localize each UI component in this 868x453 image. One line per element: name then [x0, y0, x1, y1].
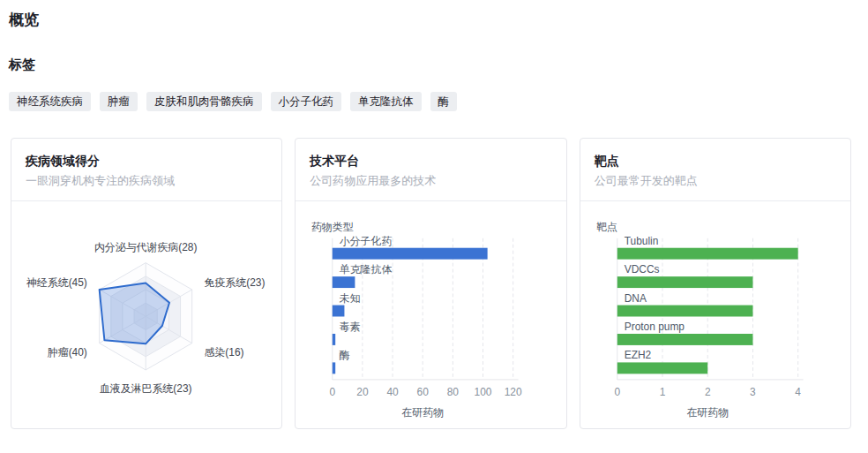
tags-section-title: 标签: [9, 56, 851, 73]
svg-text:1: 1: [659, 386, 665, 398]
card-tech-platform: 技术平台 公司药物应用最多的技术 药物类型020406080100120小分子化…: [295, 138, 566, 429]
card-title: 靶点: [595, 152, 836, 170]
svg-text:感染(16): 感染(16): [205, 346, 244, 359]
svg-text:100: 100: [475, 386, 492, 398]
tag-chip[interactable]: 神经系统疾病: [9, 92, 91, 111]
tag-chip[interactable]: 皮肤和肌肉骨骼疾病: [146, 92, 262, 111]
card-targets: 靶点 公司最常开发的靶点 靶点01234TubulinVDCCsDNAProto…: [580, 138, 851, 429]
card-title: 疾病领域得分: [26, 152, 267, 170]
svg-text:VDCCs: VDCCs: [624, 263, 659, 276]
card-subtitle: 公司药物应用最多的技术: [310, 173, 551, 189]
tag-chip[interactable]: 小分子化药: [271, 92, 342, 111]
svg-text:80: 80: [447, 386, 460, 398]
card-subtitle: 公司最常开发的靶点: [595, 173, 836, 189]
cards-row: 疾病领域得分 一眼洞穿机构专注的疾病领域 内分泌与代谢疾病(28)免疫系统(23…: [11, 138, 851, 429]
svg-text:40: 40: [387, 386, 400, 398]
svg-text:0: 0: [614, 386, 620, 398]
svg-text:3: 3: [750, 386, 756, 398]
svg-text:靶点: 靶点: [596, 221, 617, 233]
tag-chip[interactable]: 肿瘤: [100, 92, 138, 111]
card-header: 技术平台 公司药物应用最多的技术: [296, 139, 565, 201]
disease-radar-chart[interactable]: 内分泌与代谢疾病(28)免疫系统(23)感染(16)血液及淋巴系统(23)肿瘤(…: [11, 201, 281, 429]
svg-text:60: 60: [417, 386, 430, 398]
target-bar-chart[interactable]: 靶点01234TubulinVDCCsDNAProton pumpEZH2在研药…: [580, 201, 850, 429]
svg-text:2: 2: [705, 386, 711, 398]
svg-text:小分子化药: 小分子化药: [340, 235, 393, 247]
svg-text:在研药物: 在研药物: [686, 406, 729, 419]
tag-list: 神经系统疾病 肿瘤 皮肤和肌肉骨骼疾病 小分子化药 单克隆抗体 酶: [9, 92, 851, 111]
tag-chip[interactable]: 酶: [430, 92, 458, 111]
svg-text:Tubulin: Tubulin: [624, 235, 658, 247]
svg-text:在研药物: 在研药物: [402, 406, 445, 419]
card-header: 疾病领域得分 一眼洞穿机构专注的疾病领域: [11, 139, 281, 201]
card-header: 靶点 公司最常开发的靶点: [580, 139, 850, 201]
svg-text:未知: 未知: [340, 292, 361, 305]
svg-text:毒素: 毒素: [340, 321, 361, 333]
svg-text:神经系统(45): 神经系统(45): [26, 276, 87, 289]
svg-text:120: 120: [505, 386, 522, 398]
svg-text:肿瘤(40): 肿瘤(40): [48, 346, 87, 359]
svg-text:酶: 酶: [340, 349, 350, 361]
svg-text:20: 20: [357, 386, 370, 398]
svg-text:4: 4: [795, 386, 801, 398]
svg-text:免疫系统(23): 免疫系统(23): [205, 276, 266, 289]
svg-text:内分泌与代谢疾病(28): 内分泌与代谢疾病(28): [94, 241, 198, 253]
svg-text:血液及淋巴系统(23): 血液及淋巴系统(23): [100, 382, 192, 395]
svg-text:药物类型: 药物类型: [311, 221, 354, 233]
tag-chip[interactable]: 单克隆抗体: [350, 92, 422, 111]
svg-text:EZH2: EZH2: [624, 349, 651, 361]
overview-page: 概览 标签 神经系统疾病 肿瘤 皮肤和肌肉骨骼疾病 小分子化药 单克隆抗体 酶 …: [0, 0, 868, 453]
svg-text:Proton pump: Proton pump: [624, 321, 685, 333]
drug-type-bar-chart[interactable]: 药物类型020406080100120小分子化药单克隆抗体未知毒素酶在研药物: [296, 201, 565, 429]
card-subtitle: 一眼洞穿机构专注的疾病领域: [26, 173, 267, 189]
svg-text:0: 0: [330, 386, 336, 398]
svg-text:单克隆抗体: 单克隆抗体: [340, 263, 393, 276]
card-title: 技术平台: [310, 152, 551, 170]
page-title: 概览: [9, 11, 851, 30]
card-disease-area-score: 疾病领域得分 一眼洞穿机构专注的疾病领域 内分泌与代谢疾病(28)免疫系统(23…: [11, 138, 282, 429]
svg-text:DNA: DNA: [624, 292, 646, 305]
